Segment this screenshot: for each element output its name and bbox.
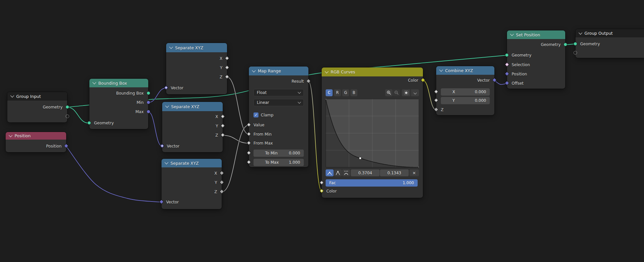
node-header[interactable]: Group Output <box>575 29 644 37</box>
node-combine-xyz[interactable]: Combine XYZ Vector X 0.000 Y 0.000 Z <box>436 66 494 115</box>
input-vector-label: Vector <box>171 85 222 91</box>
node-set-position[interactable]: Set Position Geometry Geometry Selection… <box>507 30 565 89</box>
chevron-down-icon[interactable] <box>92 80 96 84</box>
socket-geometry-output[interactable] <box>66 105 69 109</box>
chevron-down-icon[interactable] <box>578 31 582 34</box>
input-vector-label: Vector <box>166 199 217 205</box>
node-header[interactable]: Map Range <box>249 66 308 75</box>
node-editor-canvas[interactable]: Group Input Geometry Position Position B… <box>0 0 644 262</box>
node-header[interactable]: Position <box>6 132 66 140</box>
x-field[interactable]: X 0.000 <box>441 88 490 96</box>
checkmark-icon: ✓ <box>254 113 257 117</box>
zoom-out-icon <box>394 90 399 95</box>
node-group-output[interactable]: Group Output Geometry <box>575 29 644 58</box>
to-max-label: To Max <box>257 160 279 165</box>
zoom-out-button[interactable] <box>393 89 400 96</box>
node-title: RGB Curves <box>331 69 355 74</box>
socket-min-output[interactable] <box>147 101 150 104</box>
node-header[interactable]: Set Position <box>507 30 565 39</box>
delete-x-icon: × <box>412 170 416 175</box>
node-title: Bounding Box <box>98 81 127 86</box>
chevron-down-icon[interactable] <box>169 45 173 49</box>
tools-dropdown-button[interactable] <box>411 89 419 96</box>
point-y-field[interactable]: 0.1343 <box>380 169 409 176</box>
chevron-down-icon[interactable] <box>10 94 14 97</box>
node-position[interactable]: Position Position <box>6 132 66 152</box>
output-z-label: Z <box>166 189 217 195</box>
socket-geometry-input[interactable] <box>574 42 577 46</box>
clamp-label: Clamp <box>261 112 304 118</box>
node-header[interactable]: Separate XYZ <box>161 159 222 167</box>
zoom-in-button[interactable] <box>385 89 392 96</box>
node-bounding-box[interactable]: Bounding Box Bounding Box Min Max Geomet… <box>89 79 148 129</box>
chevron-down-icon[interactable] <box>252 68 255 72</box>
output-geometry-label: Geometry <box>12 104 63 110</box>
handle-auto-clamped-button[interactable] <box>342 169 350 176</box>
output-max-label: Max <box>94 109 144 115</box>
spot-circle-icon <box>404 90 409 95</box>
clamp-checkbox[interactable]: ✓ <box>253 112 258 117</box>
channel-c-button[interactable]: C <box>326 89 333 96</box>
to-min-label: To Min <box>257 151 278 155</box>
socket-virtual-input[interactable] <box>574 51 577 55</box>
chevron-down-icon[interactable] <box>165 104 169 108</box>
interpolation-dropdown[interactable]: Linear <box>253 99 304 106</box>
y-field[interactable]: Y 0.000 <box>441 97 490 104</box>
chevron-down-icon[interactable] <box>439 68 443 71</box>
socket-virtual-output[interactable] <box>66 114 69 118</box>
handle-vector-icon <box>335 170 341 175</box>
node-title: Set Position <box>516 32 540 37</box>
node-separate-xyz-2[interactable]: Separate XYZ X Y Z Vector <box>162 102 223 152</box>
input-from-max-label: From Max <box>253 140 304 147</box>
interpolation-value: Linear <box>257 100 269 105</box>
point-x-field[interactable]: 0.3704 <box>351 169 380 176</box>
node-separate-xyz-1[interactable]: Separate XYZ X Y Z Vector <box>166 43 227 94</box>
channel-b-button[interactable]: B <box>350 89 357 96</box>
output-min-label: Min <box>94 99 144 106</box>
socket-max-output[interactable] <box>147 110 150 113</box>
node-header[interactable]: Group Input <box>7 92 67 101</box>
node-separate-xyz-3[interactable]: Separate XYZ X Y Z Vector <box>161 159 222 209</box>
socket-geometry-output[interactable] <box>564 43 567 46</box>
data-type-value: Float <box>257 90 267 95</box>
output-x-label: X <box>167 113 218 120</box>
node-header[interactable]: Bounding Box <box>89 79 148 87</box>
channel-r-button[interactable]: R <box>334 89 341 96</box>
handle-vector-button[interactable] <box>334 169 342 176</box>
sample-color-button[interactable] <box>402 89 410 96</box>
node-rgb-curves[interactable]: RGB Curves Color C R G B <box>322 67 423 198</box>
input-geometry-label: Geometry <box>94 120 144 126</box>
delete-point-button[interactable]: × <box>409 169 419 176</box>
curve-editor-plot[interactable] <box>326 99 419 167</box>
output-z-label: Z <box>171 74 222 80</box>
node-group-input[interactable]: Group Input Geometry <box>7 92 67 122</box>
node-header[interactable]: Combine XYZ <box>436 66 494 75</box>
handle-smooth-icon <box>327 170 332 175</box>
socket-geometry-input[interactable] <box>505 53 509 57</box>
chevron-down-icon[interactable] <box>9 133 12 137</box>
node-header[interactable]: Separate XYZ <box>162 102 223 111</box>
channel-g-button[interactable]: G <box>342 89 349 96</box>
to-min-field[interactable]: To Min 0.000 <box>253 150 304 157</box>
chevron-down-icon[interactable] <box>164 160 168 164</box>
node-header[interactable]: Separate XYZ <box>166 43 227 52</box>
chevron-down-icon[interactable] <box>325 69 328 73</box>
input-value-label: Value <box>253 122 304 128</box>
chevron-down-icon <box>413 91 417 95</box>
node-map-range[interactable]: Map Range Result Float Linear ✓ Clamp Va… <box>249 66 308 167</box>
handle-smooth-button[interactable] <box>326 169 334 176</box>
handle-auto-clamped-icon <box>344 170 349 175</box>
output-x-label: X <box>166 170 217 177</box>
output-geometry-label: Geometry <box>512 41 561 48</box>
output-bounding-box-label: Bounding Box <box>94 90 144 97</box>
chevron-down-icon[interactable] <box>510 32 514 36</box>
data-type-dropdown[interactable]: Float <box>253 89 304 96</box>
node-header[interactable]: RGB Curves <box>322 67 423 76</box>
input-position-label: Position <box>512 71 561 77</box>
node-title: Separate XYZ <box>170 161 199 166</box>
socket-geometry-input[interactable] <box>87 121 91 125</box>
socket-bounding-box-output[interactable] <box>147 91 150 95</box>
node-title: Position <box>15 133 31 138</box>
to-max-field[interactable]: To Max 1.000 <box>253 159 304 166</box>
fac-slider[interactable]: Fac 1.000 <box>326 179 418 187</box>
